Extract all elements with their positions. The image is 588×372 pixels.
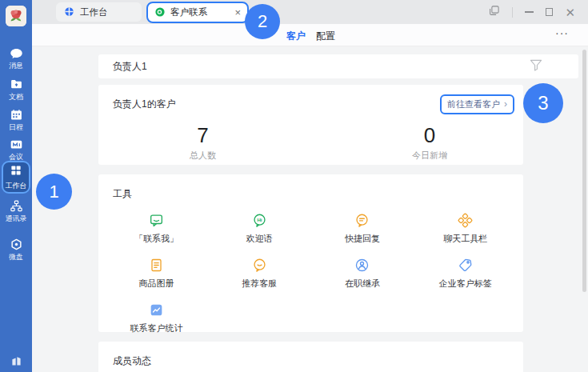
annotation-step-3: 3 [523,83,563,123]
tool-label: 商品图册 [138,278,174,290]
product-catalog-icon [149,258,164,273]
window-controls: ✕ [488,0,575,24]
tool-contact-me[interactable]: 「联系我」 [105,213,208,245]
sidebar-item-label: 工作台 [6,181,27,191]
contact-me-icon [149,213,164,228]
sidebar-item-label: 消息 [9,62,23,70]
annotation-step-1: 1 [36,174,72,210]
titlebar: 工作台 客户联系 × ✕ [32,0,588,24]
link-label: 前往查看客户 [447,98,500,110]
main-content: 负责人1 负责人1的客户 前往查看客户 › 7 总人数 0 今日新增 工具 [32,46,588,372]
workbench-tab-icon [64,6,74,18]
job-inherit-icon [354,258,370,273]
svg-text:Hi: Hi [257,217,262,222]
popout-window-icon[interactable] [488,5,500,20]
tool-job-inherit[interactable]: 在职继承 [311,258,414,290]
tool-quick-reply[interactable]: 快捷回复 [311,213,414,245]
customer-card-title: 负责人1的客户 [113,98,176,111]
drive-icon [10,238,23,251]
tool-customer-tag[interactable]: 企业客户标签 [414,258,517,290]
welcome-message-icon: Hi [252,213,267,228]
avatar[interactable] [6,6,26,26]
stat-new-today: 0 今日新增 [412,124,447,162]
owner-filter-title: 负责人1 [113,60,147,74]
report-icon[interactable] [0,354,32,367]
tool-label: 聊天工具栏 [443,233,487,245]
contacts-icon [10,199,23,213]
controls-divider [512,7,513,18]
calendar-icon [10,108,23,122]
tools-grid: 「联系我」 Hi 欢迎语 快捷回复 聊天工具栏 [105,213,517,334]
sidebar-item-drive[interactable]: 微盘 [0,238,32,261]
tab-label: 客户联系 [170,6,207,18]
sidebar-item-label: 通讯录 [6,214,27,222]
maximize-icon[interactable] [546,8,554,16]
docs-icon [10,78,23,91]
tool-label: 欢迎语 [246,233,273,245]
tools-card: 工具 「联系我」 Hi 欢迎语 快捷回复 [98,174,523,332]
tool-label: 在职继承 [345,278,380,290]
annotation-step-2: 2 [245,4,280,39]
tool-label: 企业客户标签 [439,278,492,290]
app-sidebar: 消息 文档 日程 会议 工作台 通讯录 微盘 [0,0,32,372]
tab-close-icon[interactable]: × [234,7,241,18]
flower-avatar-image [6,6,26,26]
minimize-icon[interactable] [525,11,534,13]
member-activity-card: 成员动态 [98,342,523,372]
customer-stats: 7 总人数 0 今日新增 [113,124,514,162]
customer-stats-icon [149,302,164,318]
sidebar-item-label: 微盘 [9,253,23,261]
customer-tag-icon [458,258,473,273]
page-subheader: 客户 配置 ··· [32,24,588,46]
tool-customer-stats[interactable]: 联系客户统计 [105,302,208,334]
close-window-icon[interactable]: ✕ [565,6,575,18]
stat-total: 7 总人数 [190,124,216,162]
tool-label: 推荐客服 [242,278,277,290]
stat-new-today-label: 今日新增 [412,150,447,162]
sidebar-item-label: 会议 [9,153,23,161]
customer-contact-logo-icon [154,6,166,19]
tool-welcome-message[interactable]: Hi 欢迎语 [208,213,311,245]
sidebar-item-meetings[interactable]: 会议 [0,138,32,161]
workbench-icon [10,164,22,180]
tools-card-title: 工具 [113,188,132,199]
message-icon [10,46,23,60]
subtab-customer[interactable]: 客户 [286,30,306,43]
more-menu-icon[interactable]: ··· [555,26,569,39]
stat-total-label: 总人数 [190,150,216,162]
tab-label: 工作台 [80,6,108,18]
sidebar-item-label: 文档 [9,93,23,101]
vertical-scrollbar[interactable] [582,50,586,292]
sidebar-item-contacts[interactable]: 通讯录 [0,199,32,222]
tool-label: 快捷回复 [345,233,380,245]
meeting-icon [10,138,23,151]
tool-recommend-service[interactable]: 推荐客服 [208,258,311,290]
stat-total-value: 7 [190,124,216,146]
tool-chat-toolbar[interactable]: 聊天工具栏 [414,213,517,245]
tool-label: 联系客户统计 [130,322,182,334]
stat-new-today-value: 0 [412,124,447,146]
sidebar-item-calendar[interactable]: 日程 [0,108,32,131]
chat-toolbar-icon [458,213,473,228]
tab-workbench[interactable]: 工作台 [56,2,142,22]
sidebar-item-workbench[interactable]: 工作台 [2,161,30,194]
tool-label: 「联系我」 [134,233,178,245]
chevron-right-icon: › [504,100,507,109]
sidebar-item-docs[interactable]: 文档 [0,78,32,101]
member-activity-title: 成员动态 [113,355,151,366]
quick-reply-icon [354,213,370,228]
customer-stats-card: 负责人1的客户 前往查看客户 › 7 总人数 0 今日新增 [98,85,523,165]
filter-icon[interactable] [530,59,542,74]
sidebar-item-label: 日程 [9,123,23,131]
tool-product-catalog[interactable]: 商品图册 [105,258,208,290]
goto-view-customers-link[interactable]: 前往查看客户 › [440,94,514,114]
tab-customer-contact[interactable]: 客户联系 × [146,2,249,23]
owner-filter-card: 负责人1 [98,54,578,78]
subtab-config[interactable]: 配置 [316,30,335,43]
recommend-service-icon [252,258,267,273]
sidebar-item-messages[interactable]: 消息 [0,46,32,70]
